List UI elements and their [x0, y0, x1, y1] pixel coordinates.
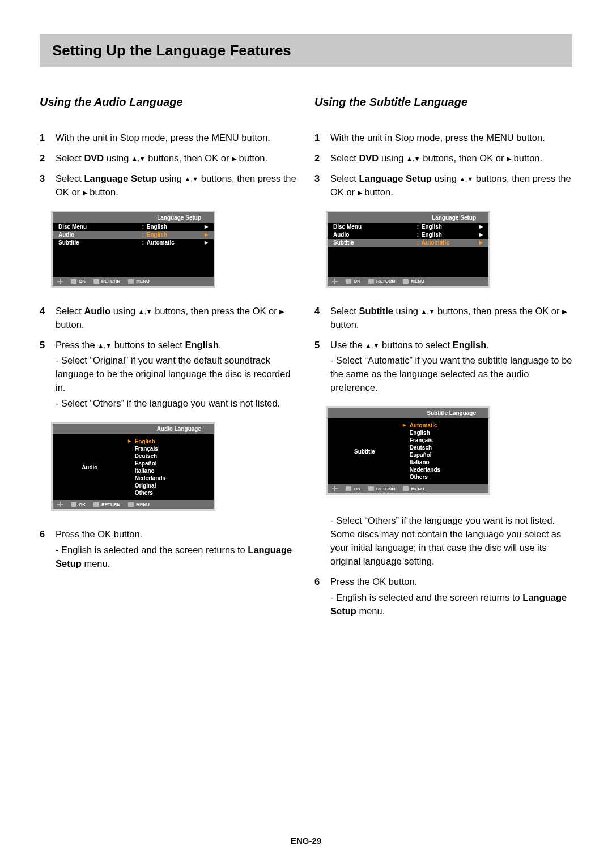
step-1: 1 With the unit in Stop mode, press the … — [40, 131, 298, 145]
osd-row-label: Audio — [333, 232, 417, 238]
step-5-note-1: - Select “Original” if you want the defa… — [56, 354, 298, 395]
osd-option: Deutsch — [402, 444, 483, 451]
right-icon: ▶ — [83, 189, 87, 198]
step-5: 5 Press the ▲,▼ buttons to select Englis… — [40, 339, 298, 411]
osd-option: Nederlands — [127, 474, 208, 482]
osd-footer: OK RETURN MENU — [328, 277, 488, 286]
column-subtitle: Using the Subtitle Language 1 With the u… — [314, 96, 572, 625]
right-icon: ▶ — [279, 307, 284, 317]
osd-option: Others — [127, 489, 208, 497]
osd-row-label: Disc Menu — [58, 224, 142, 230]
osd-option: Français — [127, 445, 208, 452]
updown-icon: ▲,▼ — [184, 175, 198, 184]
column-audio: Using the Audio Language 1 With the unit… — [40, 96, 298, 625]
osd-footer: OK RETURN MENU — [53, 277, 214, 286]
step-6-note: - English is selected and the screen ret… — [56, 544, 298, 571]
return-icon — [368, 279, 374, 284]
page-number: ENG-29 — [0, 836, 612, 845]
right-icon: ▶ — [476, 240, 483, 245]
step-5-note-2-wrap: - Select “Others” if the language you wa… — [314, 512, 572, 568]
return-icon — [94, 502, 99, 507]
osd-option: Original — [127, 482, 208, 489]
osd-row: Audio:English▶ — [328, 231, 488, 239]
nav-icon — [332, 486, 338, 491]
right-icon: ▶ — [476, 224, 483, 229]
step-1-text: With the unit in Stop mode, press the ME… — [330, 131, 572, 145]
step-5-note-2: - Select “Others” if the language you wa… — [56, 397, 298, 411]
osd-label: Audio — [53, 438, 127, 497]
osd-option: Deutsch — [127, 452, 208, 460]
osd-footer: OK RETURN MENU — [328, 484, 488, 493]
menu-icon — [128, 502, 134, 507]
ok-icon — [346, 279, 351, 284]
osd-subtitle-language: Subtitle Language Subtitle AutomaticEngl… — [326, 406, 490, 495]
osd-body: Disc Menu:English▶Audio:English▶Subtitle… — [53, 223, 214, 277]
step-3: 3 Select Language Setup using ▲,▼ button… — [40, 172, 298, 199]
right-icon: ▶ — [201, 224, 208, 229]
step-2: 2 Select DVD using ▲,▼ buttons, then OK … — [314, 152, 572, 165]
osd-option: Italiano — [402, 459, 483, 466]
ok-icon — [71, 279, 76, 284]
updown-icon: ▲,▼ — [131, 155, 146, 164]
osd-body: Audio EnglishFrançaisDeutschEspañolItali… — [53, 434, 214, 500]
right-icon: ▶ — [201, 240, 208, 245]
step-5-note-1: - Select “Automatic” if you want the sub… — [330, 354, 572, 395]
osd-option: Español — [127, 460, 208, 467]
step-4: 4 Select Subtitle using ▲,▼ buttons, the… — [314, 305, 572, 332]
osd-row-value: English — [422, 224, 476, 230]
updown-icon: ▲,▼ — [365, 341, 379, 350]
ok-icon — [346, 486, 351, 491]
osd-option: English — [127, 438, 208, 445]
nav-icon — [57, 502, 63, 507]
osd-body: Disc Menu:English▶Audio:English▶Subtitle… — [328, 223, 488, 277]
osd-label: Subtitle — [328, 422, 402, 481]
updown-icon: ▲,▼ — [459, 175, 473, 184]
osd-title: Audio Language — [53, 424, 214, 434]
osd-audio-language: Audio Language Audio EnglishFrançaisDeut… — [51, 422, 215, 511]
nav-icon — [332, 279, 338, 284]
osd-options: AutomaticEnglishFrançaisDeutschEspañolIt… — [402, 422, 488, 481]
step-6-note: - English is selected and the screen ret… — [330, 591, 572, 618]
page-title-bar: Setting Up the Language Features — [40, 34, 572, 67]
step-3: 3 Select Language Setup using ▲,▼ button… — [314, 172, 572, 199]
return-icon — [368, 486, 374, 491]
step-1-text: With the unit in Stop mode, press the ME… — [56, 131, 298, 145]
osd-row-label: Audio — [58, 232, 142, 238]
osd-footer: OK RETURN MENU — [53, 500, 214, 509]
osd-row-label: Subtitle — [58, 240, 142, 246]
osd-row: Disc Menu:English▶ — [328, 223, 488, 231]
osd-row: Audio:English▶ — [53, 231, 214, 239]
osd-language-setup-audio: Language Setup Disc Menu:English▶Audio:E… — [51, 211, 215, 288]
updown-icon: ▲,▼ — [406, 155, 420, 164]
osd-row-value: English — [147, 232, 201, 238]
osd-option: Nederlands — [402, 466, 483, 473]
osd-options: EnglishFrançaisDeutschEspañolItalianoNed… — [127, 438, 214, 497]
osd-row-value: English — [422, 232, 476, 238]
osd-title: Language Setup — [53, 212, 214, 223]
right-icon: ▶ — [507, 155, 511, 164]
osd-row-label: Subtitle — [333, 240, 417, 246]
osd-body: Subtitle AutomaticEnglishFrançaisDeutsch… — [328, 418, 488, 484]
nav-icon — [57, 279, 63, 284]
osd-row: Subtitle:Automatic▶ — [53, 239, 214, 247]
right-icon: ▶ — [232, 155, 236, 164]
osd-title: Language Setup — [328, 212, 488, 223]
heading-subtitle: Using the Subtitle Language — [314, 96, 572, 109]
page-title: Setting Up the Language Features — [52, 42, 560, 59]
menu-icon — [128, 279, 134, 284]
step-5-note-2: - Select “Others” if the language you wa… — [330, 514, 572, 568]
right-icon: ▶ — [358, 189, 362, 198]
menu-icon — [403, 486, 409, 491]
step-5: 5 Use the ▲,▼ buttons to select English.… — [314, 339, 572, 395]
osd-row-value: Automatic — [147, 240, 201, 246]
osd-option: Automatic — [402, 422, 483, 429]
step-6: 6 Press the OK button. - English is sele… — [40, 528, 298, 571]
osd-title: Subtitle Language — [328, 408, 488, 418]
osd-option: Français — [402, 437, 483, 444]
ok-icon — [71, 502, 76, 507]
step-6: 6 Press the OK button. - English is sele… — [314, 575, 572, 618]
osd-row-value: English — [147, 224, 201, 230]
osd-option: Italiano — [127, 467, 208, 474]
osd-language-setup-subtitle: Language Setup Disc Menu:English▶Audio:E… — [326, 211, 490, 288]
osd-row: Subtitle:Automatic▶ — [328, 239, 488, 247]
